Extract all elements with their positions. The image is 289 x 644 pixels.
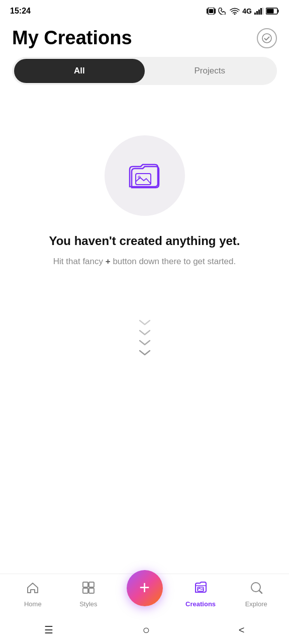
empty-subtitle: Hit that fancy + button down there to ge… xyxy=(53,255,236,268)
wifi-icon xyxy=(230,8,240,15)
android-menu-button[interactable]: ☰ xyxy=(44,624,53,636)
svg-rect-12 xyxy=(267,9,274,14)
chevron-3 xyxy=(137,339,153,347)
chevron-down-icon-2 xyxy=(138,329,152,337)
empty-state: You haven't created anything yet. Hit th… xyxy=(0,95,289,288)
check-icon xyxy=(262,33,272,43)
phone-icon xyxy=(218,8,227,15)
chevrons-area xyxy=(0,288,289,367)
check-button[interactable] xyxy=(257,28,277,48)
subtitle-text-2: button down there to get started. xyxy=(111,257,236,266)
signal-label: 4G xyxy=(242,7,252,15)
svg-rect-16 xyxy=(83,582,88,587)
android-nav-bar: ☰ ○ < xyxy=(0,616,289,644)
nav-item-explore[interactable]: Explore xyxy=(239,581,274,608)
android-home-button[interactable]: ○ xyxy=(142,623,150,637)
home-icon xyxy=(26,581,40,598)
empty-icon-circle xyxy=(105,135,185,216)
svg-rect-18 xyxy=(83,588,88,593)
tab-all[interactable]: All xyxy=(14,59,145,83)
fab-container: + xyxy=(127,570,163,606)
nav-item-creations[interactable]: Creations xyxy=(183,581,218,608)
tab-toggle: All Projects xyxy=(12,57,277,85)
status-icons: 4G xyxy=(207,7,279,15)
battery-icon xyxy=(266,8,279,15)
svg-rect-1 xyxy=(209,9,213,13)
svg-rect-19 xyxy=(89,588,94,593)
tab-projects[interactable]: Projects xyxy=(145,59,275,83)
chevron-4 xyxy=(137,349,153,357)
empty-title: You haven't created anything yet. xyxy=(49,234,240,248)
svg-point-21 xyxy=(199,588,200,589)
svg-rect-5 xyxy=(254,13,256,15)
chevron-2 xyxy=(137,329,153,337)
status-time: 15:24 xyxy=(10,7,31,16)
chevron-down-icon-3 xyxy=(138,339,152,347)
svg-rect-2 xyxy=(207,9,208,14)
svg-rect-11 xyxy=(278,10,279,13)
svg-point-4 xyxy=(234,14,236,15)
fab-plus-icon: + xyxy=(139,579,150,597)
svg-rect-7 xyxy=(258,10,260,15)
signal-bars-icon xyxy=(254,8,263,15)
explore-icon xyxy=(249,581,263,598)
folder-image-icon xyxy=(125,155,165,196)
status-bar: 15:24 4G xyxy=(0,0,289,22)
fab-create-button[interactable]: + xyxy=(127,570,163,606)
android-back-button[interactable]: < xyxy=(239,624,245,636)
nav-label-styles: Styles xyxy=(79,600,97,608)
styles-icon xyxy=(81,581,95,598)
nav-label-home: Home xyxy=(24,600,42,608)
nav-item-home[interactable]: Home xyxy=(15,581,50,608)
svg-rect-8 xyxy=(260,8,262,15)
svg-line-23 xyxy=(259,591,262,593)
creations-icon xyxy=(194,581,208,598)
nav-item-styles[interactable]: Styles xyxy=(71,581,106,608)
subtitle-text-1: Hit that fancy xyxy=(53,257,106,266)
subtitle-plus: + xyxy=(106,257,111,266)
svg-rect-6 xyxy=(256,11,258,15)
svg-rect-17 xyxy=(89,582,94,587)
svg-rect-9 xyxy=(262,8,263,15)
chevron-down-icon-4 xyxy=(138,349,152,357)
chevron-down-icon-1 xyxy=(138,318,152,327)
header: My Creations xyxy=(0,22,289,57)
nav-label-explore: Explore xyxy=(245,600,267,608)
chevron-1 xyxy=(137,318,153,327)
page-title: My Creations xyxy=(12,27,132,49)
nav-label-creations: Creations xyxy=(185,600,216,608)
svg-point-13 xyxy=(262,34,271,43)
svg-rect-3 xyxy=(215,9,216,14)
vibrate-icon xyxy=(207,8,216,15)
